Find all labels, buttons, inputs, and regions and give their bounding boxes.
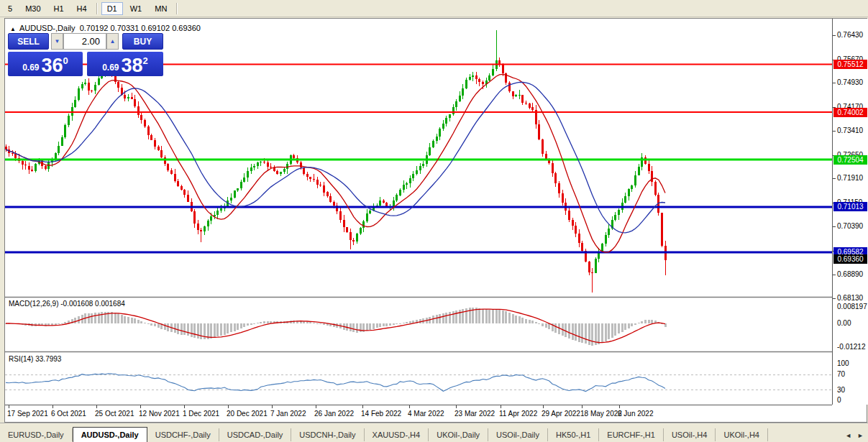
price-axis: 0.764300.756700.749300.741700.734100.726… — [832, 19, 868, 405]
price-axis-tick — [833, 83, 836, 83]
buy-price-box[interactable]: 0.69382 — [87, 52, 163, 76]
date-axis-label: 6 Oct 2021 — [51, 410, 86, 418]
level-price-tag: 0.74002 — [833, 108, 867, 117]
price-axis-label: 0.68130 — [837, 294, 863, 302]
rsi-indicator-label: RSI(14) 33.7993 — [9, 355, 61, 363]
date-axis-label: 17 Sep 2021 — [7, 410, 48, 418]
buy-price-prefix: 0.69 — [102, 63, 119, 73]
symbol-tab-ukoil-h4[interactable]: UKOil-,H4 — [716, 428, 768, 441]
volume-decrease-spinner[interactable]: ▼ — [51, 33, 63, 50]
toolbar-separator — [176, 3, 178, 14]
date-axis-tick — [272, 405, 273, 408]
price-axis-tick — [833, 131, 836, 132]
level-price-tag: 0.72504 — [833, 155, 867, 165]
chart-ohlc-values: 0.70192 0.70331 0.69102 0.69360 — [80, 24, 201, 32]
date-axis-label: 11 Apr 2022 — [499, 410, 537, 418]
symbol-tab-eurusd-daily[interactable]: EURUSD-,Daily — [0, 428, 73, 441]
date-axis-label: 18 May 2022 — [580, 410, 622, 418]
one-click-trade-panel: SELL ▼ 2.00 ▲ BUY 0.69360 0.69382 — [8, 33, 163, 75]
rsi-axis-label: 70 — [837, 370, 845, 378]
date-axis-tick — [456, 405, 457, 408]
symbol-tab-usdcnh-daily[interactable]: USDCNH-,Daily — [291, 428, 364, 441]
date-axis-tick — [362, 405, 363, 408]
date-axis-label: 20 Dec 2021 — [227, 410, 268, 418]
tab-scroll-right-icon[interactable]: ► — [857, 432, 864, 439]
symbol-tab-usoil-h4[interactable]: USOil-,H4 — [664, 428, 716, 441]
date-axis-label: 7 Jan 2022 — [270, 410, 306, 418]
date-axis-tick — [228, 405, 229, 408]
date-axis-label: 4 Mar 2022 — [408, 410, 444, 418]
date-axis-label: 25 Oct 2021 — [95, 410, 134, 418]
date-axis-tick — [52, 405, 53, 408]
toolbar-separator — [96, 3, 98, 14]
timeframe-button-d1[interactable]: D1 — [101, 2, 123, 15]
volume-increase-spinner[interactable]: ▲ — [106, 33, 119, 50]
sell-button[interactable]: SELL — [8, 33, 49, 50]
sell-price-prefix: 0.69 — [22, 63, 39, 73]
tab-scroll-left-icon[interactable]: ◄ — [845, 432, 851, 439]
symbol-tab-usdchf-daily[interactable]: USDCHF-,Daily — [147, 428, 219, 441]
date-axis-tick — [543, 405, 544, 408]
price-axis-label: 0.70390 — [837, 222, 863, 230]
chart-symbol-label: AUDUSD-,Daily — [19, 24, 76, 32]
buy-button[interactable]: BUY — [122, 33, 163, 50]
timeframe-toolbar: 5M30H1H4D1W1MN — [0, 0, 868, 17]
timeframe-button-mn[interactable]: MN — [149, 2, 173, 15]
price-axis-tick — [833, 35, 836, 36]
spinner-up-icon: ▲ — [110, 38, 116, 45]
symbol-tab-xauusd-h4[interactable]: XAUUSD-,H4 — [365, 428, 429, 441]
symbol-tab-ukoil-daily[interactable]: UKOil-,Daily — [429, 428, 488, 441]
timeframe-button-m30[interactable]: M30 — [19, 2, 46, 15]
rsi-axis-label: 30 — [837, 386, 845, 394]
sell-price-sup: 0 — [63, 55, 68, 66]
symbol-tab-audusd-daily[interactable]: AUDUSD-,Daily — [73, 427, 147, 442]
price-axis-label: 0.73410 — [837, 126, 863, 134]
one-click-trading-toggle-icon[interactable]: ▲ — [10, 26, 16, 32]
rsi-axis-label: 100 — [837, 359, 849, 367]
sell-price-main: 36 — [42, 56, 63, 75]
date-axis-label: 29 Apr 2022 — [542, 410, 580, 418]
volume-input[interactable]: 2.00 — [63, 33, 106, 50]
date-axis-tick — [409, 405, 410, 408]
price-axis-label: 0.76430 — [837, 31, 863, 39]
current-price-tag: 0.69360 — [833, 254, 867, 264]
date-axis-label: 14 Feb 2022 — [361, 410, 401, 418]
symbol-tab-usdcad-daily[interactable]: USDCAD-,Daily — [219, 428, 292, 441]
date-axis-tick — [9, 405, 9, 408]
date-axis-tick — [316, 405, 316, 408]
macd-indicator-label: MACD(12,26,9) -0.001608 0.001684 — [9, 300, 125, 308]
date-axis-label: 23 Mar 2022 — [454, 410, 495, 418]
chart-canvas[interactable] — [5, 20, 832, 405]
date-axis-tick — [184, 405, 185, 408]
timeframe-button-w1[interactable]: W1 — [124, 2, 148, 15]
rsi-axis-label: 0 — [837, 396, 841, 404]
date-axis-tick — [140, 405, 141, 408]
sell-price-box[interactable]: 0.69360 — [8, 52, 83, 76]
timeframe-button-h1[interactable]: H1 — [48, 2, 70, 15]
buy-price-sup: 2 — [143, 55, 148, 66]
date-axis-label: 26 Jan 2022 — [314, 410, 354, 418]
timeframe-button-5[interactable]: 5 — [2, 2, 18, 15]
symbol-tab-bar: EURUSD-,DailyAUDUSD-,DailyUSDCHF-,DailyU… — [0, 423, 868, 442]
date-axis-tick — [501, 405, 501, 408]
date-axis-label: 6 Jun 2022 — [618, 410, 654, 418]
price-axis-tick — [833, 298, 836, 299]
date-axis-tick — [582, 405, 583, 408]
price-axis-label: 0.71910 — [837, 174, 863, 182]
macd-axis-label: 0.00 — [837, 319, 851, 327]
date-axis-tick — [619, 405, 620, 408]
price-axis-tick — [833, 178, 836, 179]
level-price-tag: 0.75512 — [833, 60, 867, 69]
symbol-tab-hk50-h1[interactable]: HK50-,H1 — [548, 428, 599, 441]
symbol-tab-eurchf-h1[interactable]: EURCHF-,H1 — [599, 428, 664, 441]
macd-axis-label: 0.008197 — [837, 303, 867, 310]
date-axis-tick — [96, 405, 97, 408]
symbol-tab-usoil-daily[interactable]: USOil-,Daily — [488, 428, 548, 441]
level-price-tag: 0.71013 — [833, 202, 867, 211]
buy-price-main: 38 — [122, 56, 143, 75]
date-axis-label: 1 Dec 2021 — [183, 410, 219, 418]
timeframe-button-h4[interactable]: H4 — [71, 2, 93, 15]
price-axis-tick — [833, 226, 836, 227]
price-axis-tick — [833, 275, 836, 275]
price-axis-label: 0.74930 — [837, 78, 863, 86]
